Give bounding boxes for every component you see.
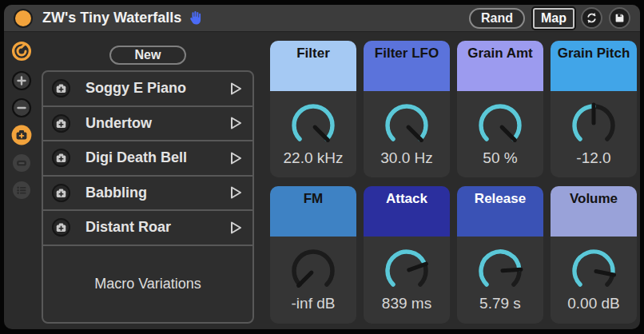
macro-controls-grid: Filter 22.0 kHz Filter LFO 30.0 Hz Grain… [270,41,637,324]
save-button[interactable] [609,7,630,29]
variation-name[interactable]: Undertow [85,115,222,132]
device-activator-toggle[interactable] [14,9,33,28]
add-macro-button[interactable] [11,70,32,91]
variation-row[interactable]: Babbling [43,177,252,212]
macro-name: FM [270,186,356,237]
macro-knob[interactable] [384,248,430,294]
variation-row[interactable]: Digi Death Bell [43,141,252,177]
macro-knob[interactable] [290,248,336,294]
macro-name: Attack [364,186,450,237]
rack-sidebar [4,32,39,328]
macro-cell: FM -inf dB [270,186,356,324]
add-macro-icon [11,70,32,91]
device-list-icon [11,180,32,201]
device-list-button[interactable] [11,180,32,201]
variation-name[interactable]: Soggy E Piano [85,80,222,97]
variation-name[interactable]: Distant Roar [85,219,222,236]
macro-cell: Filter LFO 30.0 Hz [364,41,450,177]
macro-knob[interactable] [477,248,523,294]
chain-list-icon [11,153,32,173]
macro-cell: Volume 0.00 dB [551,186,637,324]
overwrite-variation-camera-icon[interactable] [51,78,71,98]
macro-value[interactable]: 22.0 kHz [284,149,344,167]
macro-name: Volume [551,186,637,237]
macro-name: Filter LFO [364,41,450,91]
remove-macro-button[interactable] [11,97,32,118]
map-button[interactable]: Map [533,8,574,29]
overwrite-variation-camera-icon[interactable] [51,183,71,203]
overwrite-variation-camera-icon[interactable] [51,217,71,237]
save-icon [614,12,626,24]
device-body: New Soggy E Piano Undertow Digi Death Be… [4,32,640,328]
device-titlebar: ZW's Tiny Waterfalls Rand Map [4,5,640,32]
macro-name: Grain Amt [457,41,543,91]
grab-hand-icon [187,10,204,26]
macro-variations-panel: Soggy E Piano Undertow Digi Death Bell B… [42,70,254,324]
device-title: ZW's Tiny Waterfalls [42,10,181,26]
launch-variation-play-icon[interactable] [227,184,244,201]
macro-value[interactable]: -12.0 [576,149,610,167]
macro-knobs-icon [10,40,33,62]
variation-name[interactable]: Babbling [85,185,222,201]
macro-knob[interactable] [477,102,523,149]
macro-cell: Attack 839 ms [364,186,450,324]
launch-variation-play-icon[interactable] [227,114,244,132]
macro-value[interactable]: 0.00 dB [567,295,620,312]
macro-cell: Grain Amt 50 % [457,41,543,177]
instrument-rack-device: ZW's Tiny Waterfalls Rand Map [4,5,640,329]
variation-name[interactable]: Digi Death Bell [85,149,222,166]
launch-variation-play-icon[interactable] [227,149,244,167]
variation-row[interactable]: Soggy E Piano [43,72,252,107]
macro-knob[interactable] [290,102,336,149]
macro-value[interactable]: 30.0 Hz [380,149,432,167]
refresh-icon [585,11,598,25]
macro-cell: Grain Pitch -12.0 [551,41,637,177]
chain-list-button[interactable] [11,153,32,173]
macro-cell: Filter 22.0 kHz [270,41,356,177]
macro-variations-button[interactable] [10,124,33,146]
macro-knob[interactable] [570,248,617,294]
new-variation-button[interactable]: New [109,46,186,65]
refresh-button[interactable] [581,7,602,29]
launch-variation-play-icon[interactable] [227,219,244,237]
variation-row[interactable]: Undertow [43,107,252,142]
macro-knob[interactable] [570,102,617,149]
macro-knobs-button[interactable] [10,40,33,62]
overwrite-variation-camera-icon[interactable] [51,113,71,133]
remove-macro-icon [11,97,32,118]
overwrite-variation-camera-icon[interactable] [51,148,71,168]
macro-value[interactable]: 5.79 s [479,295,521,312]
macro-variations-label: Macro Variations [43,246,252,323]
macro-name: Release [457,186,543,237]
macro-name: Grain Pitch [551,41,637,91]
macro-value[interactable]: 50 % [483,149,517,167]
macro-value[interactable]: -inf dB [292,295,336,312]
macro-variations-camera-icon [10,124,33,146]
macro-value[interactable]: 839 ms [382,295,431,312]
macro-cell: Release 5.79 s [457,186,543,324]
launch-variation-play-icon[interactable] [227,80,244,97]
macro-name: Filter [270,41,356,91]
rand-button[interactable]: Rand [469,8,525,29]
macro-knob[interactable] [384,102,430,149]
ableton-rack-screenshot: ZW's Tiny Waterfalls Rand Map [0,0,644,334]
variation-row[interactable]: Distant Roar [43,211,252,246]
